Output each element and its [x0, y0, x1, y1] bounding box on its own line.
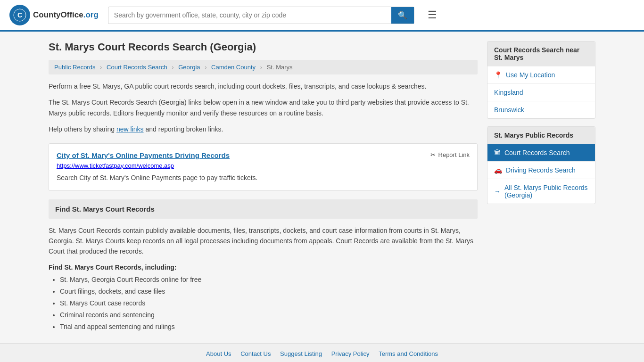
location-icon: 📍 [494, 71, 502, 79]
link-card-title: City of St. Mary's Online Payments Drivi… [57, 151, 230, 159]
court-records-link[interactable]: Court Records Search [504, 149, 570, 156]
use-my-location[interactable]: 📍 Use My Location [487, 66, 595, 83]
brunswick-link[interactable]: Brunswick [494, 106, 524, 114]
sidebar: Court Records Search near St. Marys 📍 Us… [487, 41, 595, 334]
scissors-icon: ✂ [430, 151, 436, 158]
logo-text: CountyOffice.org [33, 10, 99, 20]
menu-icon[interactable]: ☰ [424, 7, 441, 23]
nearby-header: Court Records Search near St. Marys [487, 41, 595, 66]
nearby-kingsland[interactable]: Kingsland [487, 83, 595, 101]
footer-terms[interactable]: Terms and Conditions [379, 350, 438, 357]
list-heading: Find St. Marys Court Records, including: [49, 263, 478, 271]
link-card-url-link[interactable]: https://www.ticketfastpay.com/welcome.as… [57, 162, 174, 169]
list-item: Trial and appeal sentencing and rulings [60, 322, 478, 332]
sidebar-all-public-records[interactable]: → All St. Marys Public Records (Georgia) [487, 179, 595, 204]
breadcrumb: Public Records › Court Records Search › … [49, 60, 478, 74]
find-section-header: Find St. Marys Court Records [49, 199, 478, 219]
logo[interactable]: C CountyOffice.org [9, 5, 99, 25]
logo-icon: C [9, 5, 30, 25]
public-records-header: St. Marys Public Records [487, 127, 595, 144]
footer-contact[interactable]: Contact Us [240, 350, 271, 357]
link-card-description: Search City of St. Mary's Online Payment… [57, 173, 470, 183]
page-title: St. Marys Court Records Search (Georgia) [49, 41, 478, 53]
sidebar-driving-records[interactable]: 🚗 Driving Records Search [487, 161, 595, 179]
footer-suggest[interactable]: Suggest Listing [280, 350, 322, 357]
sidebar-court-records[interactable]: 🏛 Court Records Search [487, 144, 595, 161]
footer-privacy[interactable]: Privacy Policy [331, 350, 370, 357]
find-section-body: St. Marys Court Records contain publicly… [49, 225, 478, 257]
report-link-button[interactable]: ✂ Report Link [430, 151, 470, 158]
kingsland-link[interactable]: Kingsland [494, 89, 523, 96]
list-item: St. Marys, Georgia Court Records online … [60, 275, 478, 285]
svg-text:C: C [17, 11, 22, 19]
record-list: St. Marys, Georgia Court Records online … [60, 275, 478, 332]
footer: About Us Contact Us Suggest Listing Priv… [0, 343, 644, 362]
breadcrumb-public-records[interactable]: Public Records [54, 64, 95, 71]
search-icon: 🔍 [398, 11, 407, 19]
driving-records-link[interactable]: Driving Records Search [506, 166, 576, 174]
car-icon: 🚗 [494, 166, 502, 174]
list-item: Court filings, dockets, and case files [60, 287, 478, 296]
nearby-section: Court Records Search near St. Marys 📍 Us… [487, 41, 595, 119]
breadcrumb-court-records[interactable]: Court Records Search [107, 64, 167, 71]
breadcrumb-georgia[interactable]: Georgia [178, 64, 200, 71]
search-bar: 🔍 [108, 7, 414, 24]
nearby-brunswick[interactable]: Brunswick [487, 101, 595, 118]
list-item: St. Marys Court case records [60, 298, 478, 308]
public-records-section: St. Marys Public Records 🏛 Court Records… [487, 126, 595, 204]
link-card: City of St. Mary's Online Payments Drivi… [49, 143, 478, 191]
description-2: The St. Marys Court Records Search (Geor… [49, 97, 478, 118]
new-links[interactable]: new links [116, 125, 144, 133]
search-button[interactable]: 🔍 [391, 7, 414, 24]
description-1: Perform a free St. Marys, GA public cour… [49, 81, 478, 91]
breadcrumb-camden-county[interactable]: Camden County [211, 64, 256, 71]
footer-about[interactable]: About Us [206, 350, 231, 357]
link-card-link[interactable]: City of St. Mary's Online Payments Drivi… [57, 151, 230, 159]
description-3: Help others by sharing new links and rep… [49, 124, 478, 134]
court-icon: 🏛 [494, 149, 501, 156]
arrow-icon: → [494, 188, 501, 195]
link-card-url: https://www.ticketfastpay.com/welcome.as… [57, 162, 470, 169]
list-item: Criminal records and sentencing [60, 310, 478, 320]
search-input[interactable] [108, 8, 391, 23]
breadcrumb-st-marys: St. Marys [267, 64, 293, 71]
all-public-records-link[interactable]: All St. Marys Public Records (Georgia) [504, 184, 588, 199]
